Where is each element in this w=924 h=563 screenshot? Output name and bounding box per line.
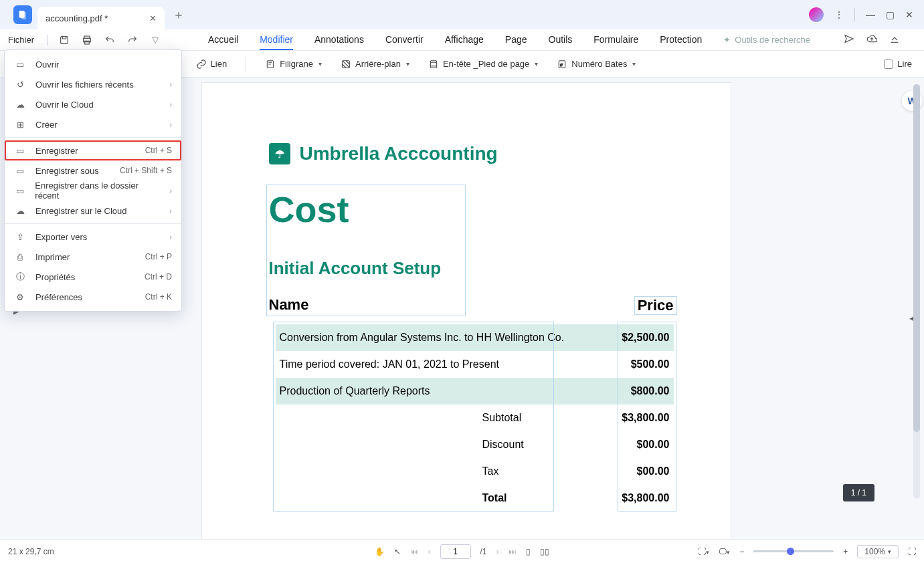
tab-affichage[interactable]: Affichage xyxy=(445,29,484,50)
menu-open-recent[interactable]: ↺ Ouvrir les fichiers récents › xyxy=(5,74,181,94)
menu-create[interactable]: ⊞ Créer › xyxy=(5,114,181,134)
summary-row-total[interactable]: Total $3,800.00 xyxy=(473,485,674,512)
menu-save-as[interactable]: ▭ Enregistrer sous Ctrl + Shift + S xyxy=(5,160,181,181)
user-avatar[interactable] xyxy=(809,7,824,22)
tab-annotations[interactable]: Annotations xyxy=(314,29,364,50)
table-row[interactable]: Time period covered: JAN 01, 2021 to Pre… xyxy=(276,351,674,378)
prev-page-icon[interactable]: ‹ xyxy=(428,547,430,556)
hand-tool-icon[interactable]: ✋ xyxy=(375,547,385,556)
first-page-icon[interactable]: ⏮ xyxy=(410,547,418,556)
tab-modifier[interactable]: Modifier xyxy=(260,29,293,50)
window-close-icon[interactable]: ✕ xyxy=(905,9,913,20)
next-page-icon[interactable]: › xyxy=(496,547,499,556)
tab-page[interactable]: Page xyxy=(505,29,527,50)
table-header-name[interactable]: Name xyxy=(269,296,309,315)
document-tab[interactable]: accounting.pdf * ✕ xyxy=(37,7,165,29)
tab-accueil[interactable]: Accueil xyxy=(208,29,238,50)
kebab-menu-icon[interactable]: ⋮ xyxy=(834,9,844,20)
customize-qa-icon[interactable]: ▽ xyxy=(149,33,162,47)
info-icon: ⓘ xyxy=(14,271,26,283)
tab-convertir[interactable]: Convertir xyxy=(385,29,424,50)
watermark-icon xyxy=(265,59,276,70)
fit-page-icon[interactable]: ⛶▾ xyxy=(698,547,709,556)
print-icon: ⎙ xyxy=(14,252,26,262)
background-button[interactable]: Arrière-plan▾ xyxy=(341,59,409,70)
zoom-slider[interactable] xyxy=(753,550,834,552)
cloud-up-icon: ☁ xyxy=(14,206,26,216)
table-row[interactable]: Production of Quarterly Reports $800.00 xyxy=(276,378,674,405)
create-icon: ⊞ xyxy=(14,120,26,130)
chevron-right-icon: › xyxy=(169,187,172,195)
new-tab-button[interactable]: ＋ xyxy=(173,7,185,23)
menu-preferences[interactable]: ⚙ Préférences Ctrl + K xyxy=(5,287,181,307)
close-tab-icon[interactable]: ✕ xyxy=(149,13,157,23)
menu-open[interactable]: ▭ Ouvrir xyxy=(5,54,181,74)
page-indicator-badge: 1 / 1 xyxy=(843,484,874,501)
two-page-icon[interactable]: ▯▯ xyxy=(540,547,549,556)
bates-icon: # xyxy=(557,59,567,70)
collapse-ribbon-icon[interactable] xyxy=(889,33,900,46)
window-maximize-icon[interactable]: ▢ xyxy=(886,9,895,20)
zoom-slider-knob[interactable] xyxy=(787,548,794,555)
svg-rect-10 xyxy=(430,60,436,68)
document-tab-title: accounting.pdf * xyxy=(45,13,108,23)
menu-save[interactable]: ▭ Enregistrer Ctrl + S xyxy=(5,140,181,160)
header-footer-button[interactable]: En-tête _Pied de page▾ xyxy=(428,59,538,70)
summary-row-discount[interactable]: Discount $00.00 xyxy=(473,431,674,458)
window-minimize-icon[interactable]: — xyxy=(866,9,875,20)
zoom-out-icon[interactable]: − xyxy=(739,547,744,556)
view-mode-icon[interactable]: 🖵▾ xyxy=(719,547,730,556)
single-page-icon[interactable]: ▯ xyxy=(526,547,531,556)
send-icon[interactable] xyxy=(844,33,854,46)
open-icon: ▭ xyxy=(14,60,26,70)
summary-row-subtotal[interactable]: Subtotal $3,800.00 xyxy=(473,405,674,431)
menu-save-recent-folder[interactable]: ▭ Enregistrer dans le dossier récent › xyxy=(5,181,181,201)
menu-properties[interactable]: ⓘ Propriétés Ctrl + D xyxy=(5,267,181,287)
status-bar: 21 x 29,7 cm ✋ ↖ ⏮ ‹ /1 › ⏭ ▯ ▯▯ ⛶▾ 🖵▾ −… xyxy=(0,539,924,563)
tab-outils[interactable]: Outils xyxy=(549,29,573,50)
page-number-input[interactable] xyxy=(440,544,470,559)
tab-formulaire[interactable]: Formulaire xyxy=(593,29,638,50)
table-row[interactable]: Conversion from Angular Systems Inc. to … xyxy=(276,324,674,351)
doc-subheading[interactable]: Initial Account Setup xyxy=(269,258,463,279)
file-menu-button[interactable]: Fichier xyxy=(8,35,38,45)
read-mode-toggle[interactable]: Lire xyxy=(884,59,912,69)
chevron-down-icon: ▾ xyxy=(535,60,538,68)
chevron-right-icon: › xyxy=(169,207,172,215)
pdf-page[interactable]: ☂ Umbrella Acccounting Cost Initial Acco… xyxy=(202,83,731,539)
redo-icon[interactable] xyxy=(126,33,139,47)
selection-frame-price: Price xyxy=(634,296,677,315)
cloud-upload-icon[interactable] xyxy=(866,33,877,46)
chevron-right-icon: › xyxy=(169,80,172,88)
chevron-right-icon: › xyxy=(169,100,172,108)
last-page-icon[interactable]: ⏭ xyxy=(509,547,517,556)
vertical-scrollbar[interactable] xyxy=(913,84,920,499)
fullscreen-icon[interactable]: ⛶ xyxy=(908,547,916,556)
main-menu-bar: Fichier ▽ Accueil Modifier Annotations C… xyxy=(0,29,924,51)
save-quick-icon[interactable] xyxy=(58,33,71,47)
menu-export[interactable]: ⇪ Exporter vers › xyxy=(5,227,181,247)
menu-open-cloud[interactable]: ☁ Ouvrir le Cloud › xyxy=(5,94,181,114)
menu-print[interactable]: ⎙ Imprimer Ctrl + P xyxy=(5,247,181,267)
print-quick-icon[interactable] xyxy=(80,33,94,47)
titlebar: accounting.pdf * ✕ ＋ ⋮ — ▢ ✕ xyxy=(0,0,924,29)
select-tool-icon[interactable]: ↖ xyxy=(394,547,401,556)
tools-search[interactable]: ✦ Outils de recherche xyxy=(723,35,810,45)
tab-protection[interactable]: Protection xyxy=(660,29,702,50)
summary-row-tax[interactable]: Tax $00.00 xyxy=(473,458,674,485)
scrollbar-thumb[interactable] xyxy=(913,84,920,432)
export-icon: ⇪ xyxy=(14,232,26,242)
folder-icon: ▭ xyxy=(14,186,25,196)
header-footer-icon xyxy=(428,59,439,70)
undo-icon[interactable] xyxy=(103,33,116,47)
bates-number-button[interactable]: # Numéro Bates▾ xyxy=(557,59,636,70)
table-header-price[interactable]: Price xyxy=(638,297,674,314)
zoom-level-dropdown[interactable]: 100% ▾ xyxy=(857,545,899,558)
doc-heading-cost[interactable]: Cost xyxy=(269,191,463,227)
page-total: /1 xyxy=(480,547,486,556)
link-button[interactable]: Lien xyxy=(196,59,227,70)
zoom-in-icon[interactable]: + xyxy=(843,547,848,556)
brand-name: Umbrella Acccounting xyxy=(300,143,498,164)
watermark-button[interactable]: Filigrane▾ xyxy=(265,59,322,70)
menu-save-cloud[interactable]: ☁ Enregistrer sur le Cloud › xyxy=(5,201,181,221)
